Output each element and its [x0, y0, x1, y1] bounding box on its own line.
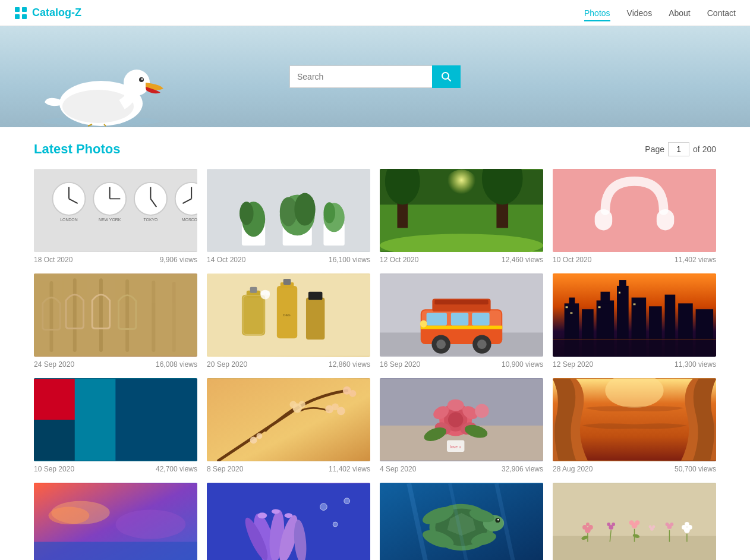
svg-point-119	[298, 401, 305, 408]
photo-date: 18 Oct 2020	[34, 256, 73, 264]
photo-thumbnail[interactable]	[553, 169, 716, 252]
search-input[interactable]	[289, 65, 432, 88]
photo-thumbnail[interactable]	[553, 378, 716, 461]
photo-views: 16,100 views	[329, 256, 370, 264]
svg-text:TOKYO: TOKYO	[143, 218, 157, 222]
photo-thumbnail[interactable]	[553, 273, 716, 357]
photo-thumbnail[interactable]	[34, 273, 197, 357]
photo-thumbnail[interactable]: LONDON NEW YORK TOKYO MOSCOW	[34, 169, 197, 252]
svg-rect-88	[421, 326, 503, 329]
svg-point-118	[289, 401, 297, 408]
svg-point-178	[588, 525, 593, 530]
nav-item-contact[interactable]: Contact	[707, 8, 736, 18]
photo-item: 24 Sep 2020 16,008 views	[34, 273, 197, 369]
svg-point-122	[337, 407, 345, 415]
photo-thumbnail[interactable]	[380, 273, 543, 357]
svg-rect-82	[451, 313, 468, 326]
svg-rect-66	[277, 286, 297, 338]
brand-link[interactable]: Catalog-Z	[14, 7, 81, 20]
photo-thumbnail[interactable]	[34, 483, 197, 560]
svg-rect-52	[657, 209, 674, 230]
svg-point-187	[649, 525, 652, 528]
photo-thumbnail[interactable]	[553, 483, 716, 560]
svg-rect-115	[116, 379, 198, 461]
svg-rect-62	[242, 295, 265, 336]
photo-item: 8 Sep 2020 11,402 views	[207, 378, 370, 473]
svg-point-177	[582, 525, 587, 530]
photo-item: D&G 20 Sep 2020 12,860 views	[207, 273, 370, 369]
svg-point-38	[294, 193, 315, 226]
svg-point-191	[670, 523, 673, 526]
nav-item-videos[interactable]: Videos	[627, 8, 653, 18]
svg-rect-103	[566, 306, 568, 308]
photo-date: 10 Oct 2020	[553, 256, 591, 264]
svg-rect-80	[434, 300, 488, 304]
photo-views: 32,906 views	[502, 465, 543, 473]
photo-thumbnail[interactable]: love u	[380, 378, 543, 461]
photo-views: 12,460 views	[502, 256, 543, 264]
photo-date: 14 Oct 2020	[207, 256, 245, 264]
photo-date: 24 Sep 2020	[34, 360, 74, 369]
svg-rect-81	[427, 313, 447, 326]
svg-point-158	[320, 504, 327, 511]
photo-date: 20 Sep 2020	[207, 360, 247, 369]
svg-point-74	[265, 291, 270, 295]
svg-point-85	[436, 339, 446, 349]
search-button[interactable]	[432, 65, 461, 88]
svg-rect-64	[250, 287, 257, 293]
photo-item: 10 Sep 2020 42,700 views	[34, 378, 197, 473]
photo-item: 10 Oct 2020 11,402 views	[553, 169, 716, 264]
photo-thumbnail[interactable]	[207, 378, 370, 461]
nav-item-photos[interactable]: Photos	[584, 8, 610, 18]
svg-rect-97	[619, 280, 626, 288]
photo-meta: 28 Aug 2020 50,700 views	[553, 465, 716, 473]
photo-thumbnail[interactable]: D&G	[207, 273, 370, 357]
photo-views: 11,402 views	[329, 465, 370, 473]
photo-views: 11,402 views	[675, 256, 716, 264]
photo-meta: 4 Sep 2020 32,906 views	[380, 465, 543, 473]
svg-point-188	[652, 525, 655, 528]
photo-thumbnail[interactable]	[207, 169, 370, 252]
svg-point-89	[420, 320, 427, 328]
svg-rect-2	[15, 14, 20, 19]
svg-rect-3	[22, 14, 27, 19]
svg-point-166	[497, 519, 499, 521]
svg-point-155	[257, 512, 267, 518]
photo-views: 50,700 views	[675, 465, 716, 473]
photo-meta: 18 Oct 2020 9,906 views	[34, 256, 197, 264]
search-bar	[289, 65, 461, 88]
photo-item: 12 Oct 2020 12,460 views	[380, 169, 543, 264]
svg-rect-83	[472, 313, 489, 326]
photo-item: 14 Oct 2020 16,100 views	[207, 169, 370, 264]
svg-point-34	[240, 202, 254, 225]
svg-rect-107	[634, 303, 636, 305]
svg-point-139	[475, 404, 489, 418]
svg-point-160	[344, 498, 350, 504]
photo-thumbnail[interactable]	[34, 378, 197, 461]
svg-text:LONDON: LONDON	[60, 218, 77, 222]
svg-point-126	[256, 433, 262, 439]
svg-rect-0	[15, 7, 20, 12]
photo-item	[34, 483, 197, 560]
photo-meta: 10 Oct 2020 11,402 views	[553, 256, 716, 264]
svg-point-73	[260, 291, 265, 295]
photo-meta: 16 Sep 2020 10,900 views	[380, 360, 543, 369]
photo-item	[553, 483, 716, 560]
svg-text:MOSCOW: MOSCOW	[182, 218, 197, 222]
photo-date: 16 Sep 2020	[380, 360, 420, 369]
svg-point-184	[629, 520, 634, 525]
svg-point-147	[116, 509, 186, 539]
svg-rect-70	[306, 298, 324, 340]
brand-icon	[14, 7, 27, 20]
page-number-input[interactable]	[668, 142, 689, 156]
svg-point-185	[635, 520, 639, 525]
svg-point-146	[49, 507, 90, 524]
svg-point-124	[349, 390, 357, 397]
photo-thumbnail[interactable]	[380, 483, 543, 560]
photo-thumbnail[interactable]	[207, 483, 370, 560]
svg-point-43	[444, 169, 479, 205]
photo-thumbnail[interactable]	[380, 169, 543, 252]
nav-item-about[interactable]: About	[669, 8, 691, 18]
photo-meta: 12 Oct 2020 12,460 views	[380, 256, 543, 264]
svg-rect-106	[619, 292, 620, 294]
